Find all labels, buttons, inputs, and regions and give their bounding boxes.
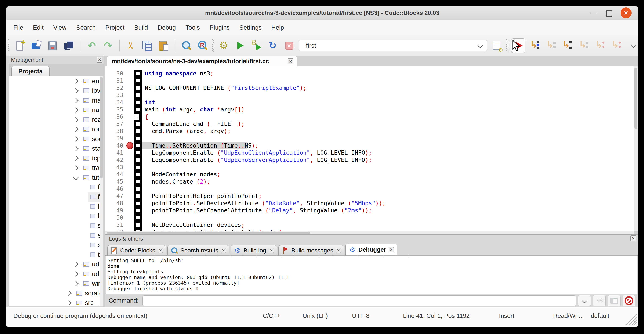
- chevron-right-icon[interactable]: [73, 146, 78, 151]
- tab-projects[interactable]: Projects: [12, 66, 50, 76]
- breakpoint-margin[interactable]: [126, 178, 134, 185]
- debug-settings-button[interactable]: [593, 295, 606, 306]
- code-line-31[interactable]: 31: [105, 77, 634, 84]
- line-number[interactable]: 35: [105, 106, 126, 113]
- tab-build-log[interactable]: Build log: [230, 245, 277, 255]
- tab-code-blocks[interactable]: Code::Blocks: [107, 245, 166, 255]
- toolbar-grip[interactable]: [506, 40, 508, 52]
- tree-item-fo[interactable]: fo: [9, 202, 103, 211]
- tree-item-tuto[interactable]: tuto: [9, 173, 103, 182]
- code-line-46[interactable]: 46: [105, 185, 634, 192]
- tree-item-fir[interactable]: fir: [9, 192, 103, 202]
- code-area[interactable]: 30using namespace ns3;3132NS_LOG_COMPONE…: [105, 66, 634, 231]
- breakpoint-margin[interactable]: [126, 70, 134, 77]
- breakpoint-margin[interactable]: [126, 200, 134, 207]
- title-bar[interactable]: mnt/dev/tools/source/ns-3-dev/examples/t…: [6, 6, 638, 20]
- code-line-48[interactable]: 48 pointToPoint.SetDeviceAttribute ("Dat…: [105, 200, 634, 207]
- copy-log-button[interactable]: [608, 295, 620, 306]
- breakpoint-margin[interactable]: [126, 120, 134, 128]
- tree-item-mat[interactable]: mat: [9, 96, 103, 105]
- tree-scrollbar-thumb[interactable]: [100, 77, 103, 178]
- paste-button[interactable]: [157, 39, 170, 53]
- run-button[interactable]: [233, 39, 247, 53]
- menu-item-view[interactable]: View: [53, 24, 66, 31]
- tree-item-src[interactable]: src: [9, 298, 103, 306]
- stop-debugger-button[interactable]: [622, 295, 635, 306]
- debug-continue-button[interactable]: [511, 38, 525, 53]
- code-line-43[interactable]: 43: [105, 164, 634, 171]
- redo-button[interactable]: [101, 39, 115, 53]
- incremental-search-input[interactable]: [306, 42, 478, 49]
- save-button[interactable]: [46, 39, 59, 53]
- chevron-right-icon[interactable]: [73, 156, 78, 161]
- chevron-right-icon[interactable]: [73, 107, 78, 113]
- line-number[interactable]: 41: [105, 149, 126, 156]
- close-icon[interactable]: ×: [620, 8, 632, 19]
- breakpoint-margin[interactable]: [126, 128, 134, 135]
- chevron-right-icon[interactable]: [73, 165, 78, 171]
- tree-item-traf[interactable]: traf: [9, 163, 103, 173]
- tree-item-erro[interactable]: erro: [9, 76, 103, 86]
- code-line-42[interactable]: 42 LogComponentEnable ("UdpEchoServerApp…: [105, 156, 634, 164]
- cut-button[interactable]: [124, 39, 138, 53]
- breakpoint-margin[interactable]: [126, 142, 134, 149]
- tree-item-ipv6[interactable]: ipv6: [9, 86, 103, 96]
- breakpoint-margin[interactable]: [126, 185, 134, 192]
- tree-item-sock[interactable]: sock: [9, 134, 103, 144]
- line-number[interactable]: 33: [105, 92, 126, 99]
- breakpoint-margin[interactable]: [126, 84, 134, 92]
- breakpoint-margin[interactable]: [126, 207, 134, 214]
- chevron-right-icon[interactable]: [73, 88, 78, 94]
- run-to-cursor-button[interactable]: [528, 39, 542, 53]
- tab-search-results[interactable]: Search results: [168, 245, 229, 255]
- breakpoint-margin[interactable]: [126, 135, 134, 142]
- code-line-32[interactable]: 32NS_LOG_COMPONENT_DEFINE ("FirstScriptE…: [105, 84, 634, 92]
- code-line-45[interactable]: 45 nodes.Create (2);: [105, 178, 634, 185]
- line-number[interactable]: 31: [105, 77, 126, 84]
- tree-item-six[interactable]: six: [9, 240, 103, 250]
- find-replace-button[interactable]: [196, 39, 209, 53]
- editor-vscrollbar-thumb[interactable]: [634, 68, 637, 129]
- abort-build-button[interactable]: [282, 39, 296, 53]
- undo-button[interactable]: [85, 39, 98, 53]
- tree-item-udp[interactable]: udp: [9, 260, 103, 269]
- tree-item-real[interactable]: real: [9, 115, 103, 125]
- breakpoint-margin[interactable]: [126, 99, 134, 106]
- open-file-button[interactable]: [30, 39, 43, 53]
- line-number[interactable]: 51: [105, 221, 126, 228]
- line-number[interactable]: 50: [105, 214, 126, 221]
- tree-item-rout[interactable]: rout: [9, 125, 103, 134]
- line-number[interactable]: 48: [105, 200, 126, 207]
- chevron-right-icon[interactable]: [73, 271, 78, 276]
- line-number[interactable]: 46: [105, 185, 126, 192]
- code-line-41[interactable]: 41 LogComponentEnable ("UdpEchoClientApp…: [105, 149, 634, 156]
- tree-item-wire[interactable]: wire: [9, 279, 103, 289]
- line-number[interactable]: 44: [105, 171, 126, 178]
- breakpoint-margin[interactable]: [126, 214, 134, 221]
- toolbar-overflow-button[interactable]: [628, 44, 638, 48]
- step-out-button[interactable]: [577, 39, 590, 53]
- breakpoint-margin[interactable]: [126, 77, 134, 84]
- line-number[interactable]: 40: [105, 142, 126, 149]
- menu-item-debug[interactable]: Debug: [158, 24, 176, 31]
- code-line-49[interactable]: 49 pointToPoint.SetChannelAttribute ("De…: [105, 207, 634, 214]
- breakpoint-margin[interactable]: [126, 221, 134, 228]
- breakpoint-margin[interactable]: [126, 106, 134, 113]
- code-line-36[interactable]: 36{: [105, 113, 634, 120]
- tree-item-scratch[interactable]: scratch: [9, 288, 103, 298]
- line-number[interactable]: 32: [105, 84, 126, 92]
- editor-tab-close-icon[interactable]: [288, 59, 294, 64]
- code-line-50[interactable]: 50: [105, 214, 634, 221]
- code-line-51[interactable]: 51 NetDeviceContainer devices;: [105, 221, 634, 228]
- tree-item-stat[interactable]: stat: [9, 144, 103, 154]
- logs-close-icon[interactable]: [630, 235, 636, 241]
- chevron-down-icon[interactable]: [73, 175, 78, 180]
- editor-vscrollbar[interactable]: [634, 66, 638, 231]
- tab-build-messages[interactable]: Build messages: [278, 245, 344, 255]
- code-line-35[interactable]: 35main (int argc, char *argv[]): [105, 106, 634, 113]
- code-line-40[interactable]: 40 Time::SetResolution (Time::NS);: [105, 142, 634, 149]
- code-line-33[interactable]: 33: [105, 92, 634, 99]
- line-number[interactable]: 43: [105, 164, 126, 171]
- line-number[interactable]: 36: [105, 113, 126, 120]
- menu-item-tools[interactable]: Tools: [186, 24, 200, 31]
